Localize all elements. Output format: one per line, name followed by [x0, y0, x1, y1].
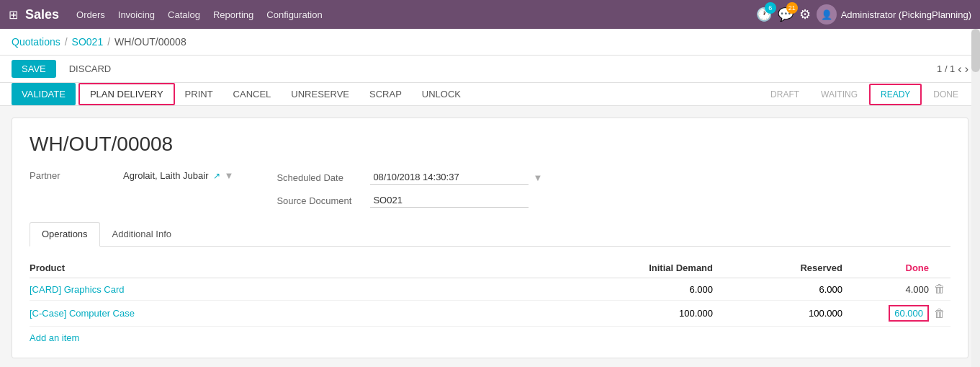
- col-header-actions: [929, 262, 950, 273]
- scheduled-date-label: Scheduled Date: [277, 172, 363, 183]
- cancel-button[interactable]: CANCEL: [223, 83, 282, 105]
- user-avatar: 👤: [817, 4, 837, 25]
- tabs: Operations Additional Info: [30, 222, 950, 247]
- source-doc-input[interactable]: [370, 193, 529, 208]
- action-bar: SAVE DISCARD 1 / 1 ‹ ›: [0, 56, 980, 83]
- breadcrumb-quotations[interactable]: Quotations: [12, 36, 60, 48]
- table-row: [C-Case] Computer Case 100.000 100.000 6…: [30, 301, 950, 327]
- top-icons: 🕐 6 💬 21 ⚙ 👤 Administrator (PickingPlann…: [756, 4, 971, 25]
- pagination: 1 / 1 ‹ ›: [937, 63, 968, 76]
- notification-icon-1[interactable]: 🕐 6: [756, 6, 772, 22]
- notif-badge-1: 6: [765, 2, 776, 14]
- partner-value-container: Agrolait, Laith Jubair ↗ ▼: [123, 170, 233, 181]
- reserved-1: 6.000: [713, 284, 842, 295]
- nav-orders[interactable]: Orders: [76, 9, 105, 20]
- grid-icon[interactable]: ⊞: [9, 8, 18, 22]
- discard-button[interactable]: DISCARD: [62, 60, 119, 78]
- tab-operations[interactable]: Operations: [30, 222, 100, 247]
- sep1: /: [65, 36, 68, 48]
- source-doc-label: Source Document: [277, 195, 363, 206]
- partner-value: Agrolait, Laith Jubair: [123, 170, 209, 181]
- product-link-1[interactable]: [CARD] Graphics Card: [30, 284, 583, 295]
- product-link-2[interactable]: [C-Case] Computer Case: [30, 308, 583, 319]
- left-fields: Partner Agrolait, Laith Jubair ↗ ▼: [30, 170, 233, 208]
- scrollbar-thumb[interactable]: [971, 29, 980, 72]
- col-header-initial-demand: Initial Demand: [583, 262, 713, 273]
- scrollbar-track[interactable]: [971, 29, 980, 367]
- pagination-count: 1 / 1: [937, 63, 955, 74]
- breadcrumb-so021[interactable]: SO021: [72, 36, 104, 48]
- table-row: [CARD] Graphics Card 6.000 6.000 4.000 🗑: [30, 278, 950, 301]
- prev-arrow[interactable]: ‹: [958, 63, 961, 76]
- done-value-1: 4.000: [842, 284, 929, 295]
- status-done[interactable]: DONE: [923, 85, 968, 104]
- nav-invoicing[interactable]: Invoicing: [118, 9, 155, 20]
- main-content: WH/OUT/00008 Partner Agrolait, Laith Jub…: [0, 106, 980, 367]
- document-title: WH/OUT/00008: [30, 133, 950, 156]
- unreserve-button[interactable]: UNRESERVE: [281, 83, 359, 105]
- partner-field-row: Partner Agrolait, Laith Jubair ↗ ▼: [30, 170, 233, 181]
- top-navigation: ⊞ Sales Orders Invoicing Catalog Reporti…: [0, 0, 980, 29]
- nav-configuration[interactable]: Configuration: [266, 9, 322, 20]
- nav-menu: Orders Invoicing Catalog Reporting Confi…: [76, 9, 323, 20]
- scheduled-date-input[interactable]: [370, 170, 529, 185]
- partner-label: Partner: [30, 170, 116, 181]
- col-header-done: Done: [842, 262, 929, 273]
- status-waiting[interactable]: WAITING: [811, 85, 868, 104]
- table-header: Product Initial Demand Reserved Done: [30, 258, 950, 278]
- status-ready[interactable]: READY: [869, 84, 922, 105]
- toolbar: VALIDATE PLAN DELIVERY PRINT CANCEL UNRE…: [0, 83, 980, 106]
- nav-catalog[interactable]: Catalog: [168, 9, 200, 20]
- reserved-2: 100.000: [713, 308, 842, 319]
- add-item-link[interactable]: Add an item: [30, 332, 79, 343]
- delete-row-1[interactable]: 🗑: [929, 283, 950, 296]
- form-card: WH/OUT/00008 Partner Agrolait, Laith Jub…: [12, 118, 968, 358]
- initial-demand-1: 6.000: [583, 284, 713, 295]
- delete-row-2[interactable]: 🗑: [929, 307, 950, 320]
- settings-icon[interactable]: ⚙: [799, 6, 811, 22]
- scheduled-date-row: Scheduled Date ▼: [277, 170, 542, 185]
- user-name: Administrator (PickingPlanning): [841, 9, 971, 20]
- source-doc-row: Source Document: [277, 193, 542, 208]
- status-bar: DRAFT WAITING READY DONE: [760, 84, 968, 105]
- breadcrumb: Quotations / SO021 / WH/OUT/00008: [0, 29, 980, 56]
- print-button[interactable]: PRINT: [175, 83, 223, 105]
- col-header-product: Product: [30, 262, 583, 273]
- done-value-2[interactable]: 60.000: [889, 305, 929, 322]
- breadcrumb-current: WH/OUT/00008: [114, 36, 186, 48]
- scrap-button[interactable]: SCRAP: [359, 83, 412, 105]
- partner-external-link-icon[interactable]: ↗: [213, 171, 220, 181]
- next-arrow[interactable]: ›: [965, 63, 968, 76]
- notif-badge-2: 21: [786, 2, 798, 14]
- tab-additional-info[interactable]: Additional Info: [100, 222, 184, 246]
- validate-button[interactable]: VALIDATE: [12, 83, 76, 105]
- done-cell-highlighted-container: 60.000: [842, 305, 929, 322]
- user-menu[interactable]: 👤 Administrator (PickingPlanning): [817, 4, 971, 25]
- initial-demand-2: 100.000: [583, 308, 713, 319]
- nav-reporting[interactable]: Reporting: [213, 9, 253, 20]
- scheduled-date-dropdown-icon[interactable]: ▼: [533, 172, 542, 183]
- right-fields: Scheduled Date ▼ Source Document: [277, 170, 542, 208]
- plan-delivery-button[interactable]: PLAN DELIVERY: [78, 83, 175, 105]
- sep2: /: [107, 36, 110, 48]
- col-header-reserved: Reserved: [713, 262, 842, 273]
- form-fields: Partner Agrolait, Laith Jubair ↗ ▼ Sched…: [30, 170, 950, 208]
- status-draft[interactable]: DRAFT: [760, 85, 809, 104]
- scheduled-date-value-container: ▼: [370, 170, 542, 185]
- unlock-button[interactable]: UNLOCK: [412, 83, 471, 105]
- partner-dropdown-icon[interactable]: ▼: [225, 170, 234, 181]
- save-button[interactable]: SAVE: [12, 60, 56, 78]
- notification-icon-2[interactable]: 💬 21: [778, 6, 794, 22]
- app-name: Sales: [25, 7, 59, 22]
